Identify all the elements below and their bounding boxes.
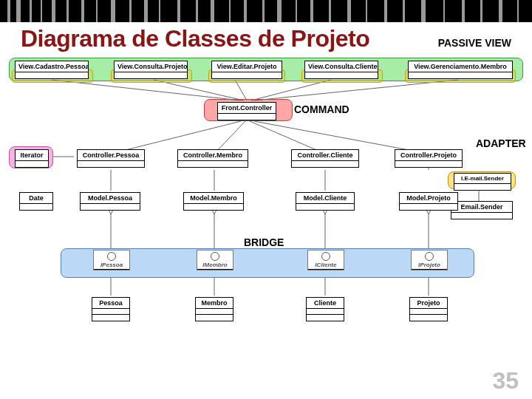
svg-line-2 (235, 80, 247, 100)
class-name: Cliente (307, 298, 344, 309)
interface-icon (425, 252, 434, 261)
controller-membro: Controller.Membro (177, 149, 248, 168)
iprojeto: IProjeto (411, 250, 448, 270)
class-name: View.Gerenciamento.Membro (409, 61, 512, 72)
imail-sender: I.E-mail.Sender (454, 173, 511, 191)
cliente: Cliente (306, 297, 344, 321)
class-name: Membro (196, 298, 233, 309)
class-name: ICliente (308, 261, 344, 270)
class-name: View.Consulta.Cliente (305, 61, 378, 72)
class-name: View.Consulta.Projeto (115, 61, 187, 72)
slide-title: Diagrama de Classes de Projeto (21, 25, 369, 52)
model-membro: Model.Membro (183, 192, 244, 211)
view-editar-projeto: View.Editar.Projeto (211, 61, 282, 79)
class-name: Model.Cliente (296, 193, 354, 204)
class-name: Controller.Cliente (292, 150, 358, 161)
class-name: IProjeto (412, 261, 447, 270)
pattern-passive-view: PASSIVE VIEW (438, 37, 511, 49)
svg-line-0 (52, 80, 241, 100)
class-name: IMembro (197, 261, 233, 270)
front-controller: Front.Controller (217, 102, 276, 120)
ipessoa: IPessoa (93, 250, 130, 270)
view-consulta-projeto: View.Consulta.Projeto (114, 61, 188, 79)
view-gerenciamento-membro: View.Gerenciamento.Membro (408, 61, 513, 79)
class-name: Iterator (16, 150, 48, 161)
class-name: IPessoa (94, 261, 129, 270)
date: Date (19, 192, 53, 211)
pattern-command: COMMAND (294, 103, 349, 115)
class-name: Controller.Projeto (395, 150, 462, 161)
model-cliente: Model.Cliente (296, 192, 355, 211)
pattern-bridge: BRIDGE (244, 236, 284, 248)
pattern-adapter: ADAPTER (476, 137, 526, 149)
class-name: Model.Membro (184, 193, 243, 204)
page-number: 35 (492, 367, 519, 395)
iterator: Iterator (15, 149, 49, 168)
controller-projeto: Controller.Projeto (395, 149, 463, 168)
projeto: Projeto (409, 297, 448, 321)
interface-icon (321, 252, 330, 261)
class-name: Email.Sender (451, 202, 512, 213)
class-name: Controller.Pessoa (78, 150, 144, 161)
imembro: IMembro (197, 250, 233, 270)
view-consulta-cliente: View.Consulta.Cliente (304, 61, 378, 79)
svg-line-4 (254, 80, 458, 100)
class-name: View.Editar.Projeto (212, 61, 282, 72)
decorative-top-strip (0, 0, 532, 22)
interface-icon (107, 252, 116, 261)
pessoa: Pessoa (92, 297, 130, 321)
controller-pessoa: Controller.Pessoa (77, 149, 145, 168)
class-name: I.E-mail.Sender (454, 174, 511, 184)
interface-icon (211, 252, 219, 261)
model-pessoa: Model.Pessoa (80, 192, 140, 211)
class-name: Pessoa (92, 298, 129, 309)
email-sender: Email.Sender (451, 201, 513, 219)
diagram-canvas: View.Cadastro.Pessoa View.Consulta.Proje… (0, 58, 532, 375)
controller-cliente: Controller.Cliente (291, 149, 359, 168)
class-name: Projeto (410, 298, 447, 309)
class-name: Controller.Membro (178, 150, 248, 161)
svg-line-1 (154, 80, 244, 100)
membro: Membro (195, 297, 233, 321)
class-name: Model.Projeto (400, 193, 457, 204)
svg-line-3 (251, 80, 331, 100)
model-projeto: Model.Projeto (399, 192, 458, 211)
class-name: Model.Pessoa (81, 193, 140, 204)
view-cadastro-pessoa: View.Cadastro.Pessoa (15, 61, 89, 79)
class-name: View.Cadastro.Pessoa (16, 61, 88, 72)
class-name: Date (20, 193, 52, 204)
class-name: Front.Controller (218, 103, 276, 114)
icliente: ICliente (307, 250, 344, 270)
